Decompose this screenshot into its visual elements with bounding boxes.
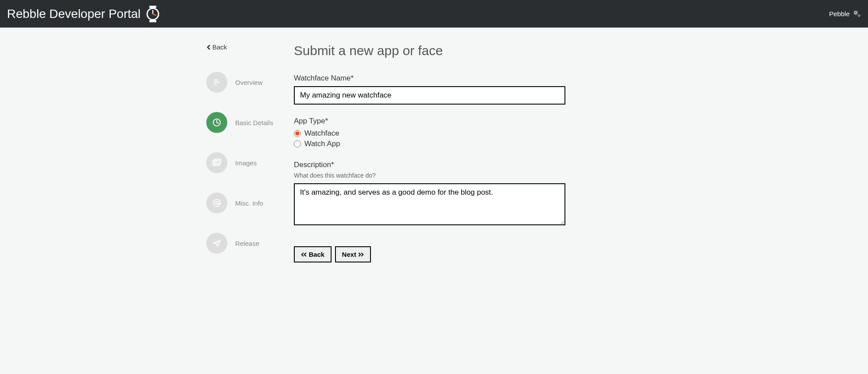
svg-rect-1 <box>149 20 156 22</box>
page-title: Submit a new app or face <box>294 43 574 58</box>
radio-watchapp[interactable]: Watch App <box>294 140 574 148</box>
field-watchface-name: Watchface Name* <box>294 74 574 105</box>
brand[interactable]: Rebble Developer Portal <box>7 5 161 23</box>
back-button[interactable]: Back <box>294 246 332 262</box>
main-content: Submit a new app or face Watchface Name*… <box>294 43 574 273</box>
svg-rect-7 <box>214 82 220 83</box>
field-description: Description* What does this watchface do… <box>294 161 574 227</box>
radio-watchface-label: Watchface <box>304 129 339 138</box>
topbar: Rebble Developer Portal Pebble <box>0 0 868 28</box>
radio-watchapp-label: Watch App <box>304 140 340 148</box>
desc-hint: What does this watchface do? <box>294 172 574 179</box>
step-images[interactable]: Images <box>206 152 276 173</box>
svg-point-5 <box>858 14 860 16</box>
chevron-left-icon <box>206 44 211 50</box>
name-input[interactable] <box>294 86 565 105</box>
user-name: Pebble <box>829 10 850 17</box>
radio-watchface[interactable]: Watchface <box>294 129 574 138</box>
radio-watchapp-input[interactable] <box>294 140 301 147</box>
desc-label: Description* <box>294 161 574 169</box>
brand-title: Rebble Developer Portal <box>7 7 141 21</box>
double-chevron-left-icon <box>301 252 307 257</box>
type-label: App Type* <box>294 117 574 126</box>
step-label: Release <box>235 240 259 247</box>
radio-watchface-input[interactable] <box>294 130 301 137</box>
svg-point-13 <box>213 199 220 206</box>
list-icon <box>212 78 221 87</box>
step-label: Overview <box>235 79 263 86</box>
step-label: Images <box>235 159 257 167</box>
step-label: Basic Details <box>235 119 273 126</box>
svg-rect-0 <box>149 6 156 8</box>
next-button[interactable]: Next <box>335 246 371 262</box>
at-icon <box>212 198 222 208</box>
step-label: Misc. Info <box>235 199 263 207</box>
next-button-label: Next <box>342 251 356 258</box>
step-basic-details[interactable]: Basic Details <box>206 112 276 133</box>
back-link[interactable]: Back <box>206 43 276 51</box>
double-chevron-right-icon <box>358 252 364 257</box>
desc-textarea[interactable] <box>294 183 565 225</box>
user-menu[interactable]: Pebble <box>829 10 861 18</box>
svg-rect-8 <box>214 84 217 85</box>
field-app-type: App Type* Watchface Watch App <box>294 117 574 148</box>
rebble-logo-icon <box>145 5 161 23</box>
back-button-label: Back <box>309 251 325 258</box>
step-overview[interactable]: Overview <box>206 72 276 93</box>
clock-icon <box>212 118 222 127</box>
button-row: Back Next <box>294 246 574 262</box>
step-misc-info[interactable]: Misc. Info <box>206 192 276 213</box>
name-label: Watchface Name* <box>294 74 574 83</box>
step-release[interactable]: Release <box>206 233 276 254</box>
svg-rect-6 <box>214 80 218 80</box>
svg-point-4 <box>855 12 856 13</box>
back-link-label: Back <box>212 43 227 51</box>
images-icon <box>212 158 222 167</box>
svg-point-12 <box>215 161 216 161</box>
paper-plane-icon <box>212 238 222 248</box>
gears-icon <box>853 10 861 18</box>
sidebar: Back Overview <box>171 43 276 273</box>
